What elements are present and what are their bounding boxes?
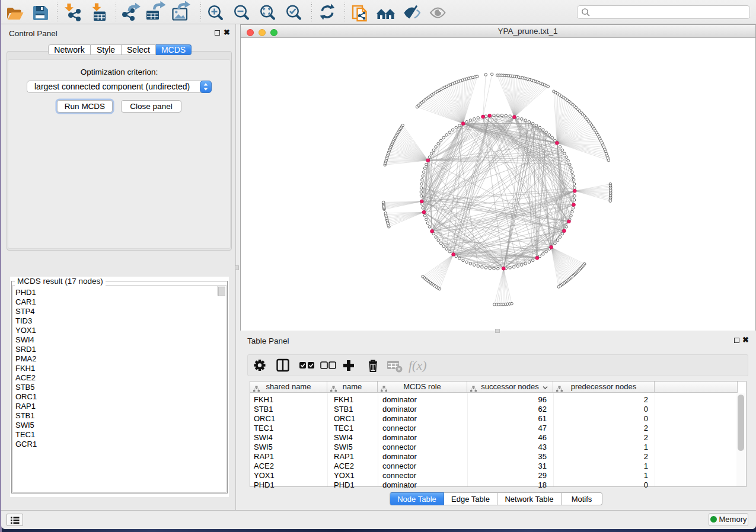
svg-text:f(x): f(x)	[409, 358, 427, 373]
